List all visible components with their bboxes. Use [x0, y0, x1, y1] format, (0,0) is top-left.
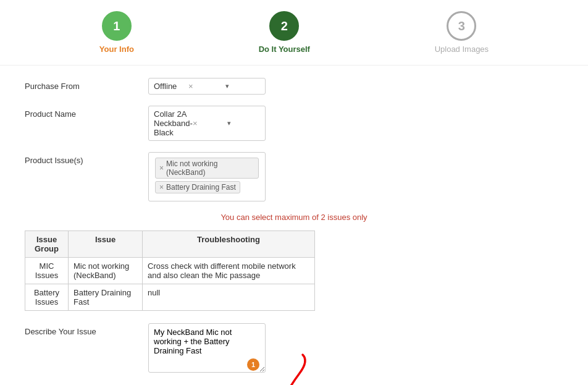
- tag-battery-label: Battery Draining Fast: [166, 183, 236, 192]
- warning-text: You can select maximum of 2 issues only: [25, 213, 563, 222]
- row1-issue: Mic not working (NeckBand): [69, 258, 143, 284]
- row2-issue: Battery Draining Fast: [69, 284, 143, 311]
- issue-table: IssueGroup Issue Troubleshooting MIC Iss…: [25, 231, 315, 311]
- product-issues-label: Product Issue(s): [25, 152, 148, 165]
- row2-group: Battery Issues: [25, 284, 69, 311]
- col-header-group: IssueGroup: [25, 231, 69, 258]
- step-2-circle: 2: [269, 11, 299, 41]
- describe-label: Describe Your Issue: [25, 323, 148, 336]
- purchase-from-select[interactable]: Offline × ▾: [148, 78, 266, 95]
- tag-battery[interactable]: × Battery Draining Fast: [155, 181, 240, 193]
- step-2-label: Do It Yourself: [259, 44, 310, 54]
- step-3-circle: 3: [447, 11, 476, 41]
- purchase-from-label: Purchase From: [25, 78, 148, 91]
- step-3[interactable]: 3 Upload Images: [435, 11, 489, 54]
- product-issues-control: × Mic not working (NeckBand) × Battery D…: [148, 152, 563, 201]
- purchase-from-arrow[interactable]: ▾: [225, 82, 260, 90]
- step-2[interactable]: 2 Do It Yourself: [259, 11, 310, 54]
- product-name-label: Product Name: [25, 106, 148, 119]
- row1-troubleshooting: Cross check with different mobile networ…: [143, 258, 315, 284]
- purchase-from-control: Offline × ▾: [148, 78, 563, 95]
- purchase-from-clear[interactable]: ×: [188, 82, 223, 91]
- step-3-label: Upload Images: [435, 44, 489, 54]
- stepper: 1 Your Info 2 Do It Yourself 3 Upload Im…: [0, 0, 588, 66]
- form-area: Purchase From Offline × ▾ Product Name C…: [0, 66, 588, 385]
- product-name-row: Product Name Collar 2A Neckband-Black × …: [25, 106, 563, 141]
- tag-mic-label: Mic not working (NeckBand): [166, 159, 254, 177]
- col-header-issue: Issue: [69, 231, 143, 258]
- step-1[interactable]: 1 Your Info: [99, 11, 134, 54]
- row1-group: MIC Issues: [25, 258, 69, 284]
- table-header-row: IssueGroup Issue Troubleshooting: [25, 231, 315, 258]
- table-row: MIC Issues Mic not working (NeckBand) Cr…: [25, 258, 315, 284]
- product-name-arrow[interactable]: ▾: [227, 119, 260, 127]
- describe-row: Describe Your Issue My NeckBand Mic not …: [25, 323, 563, 374]
- row2-troubleshooting: null: [143, 284, 315, 311]
- step-1-label: Your Info: [99, 44, 134, 54]
- product-issues-row: Product Issue(s) × Mic not working (Neck…: [25, 152, 563, 201]
- col-header-troubleshooting: Troubleshooting: [143, 231, 315, 258]
- purchase-from-value: Offline: [154, 82, 188, 91]
- tag-mic-remove[interactable]: ×: [159, 164, 164, 172]
- product-name-control: Collar 2A Neckband-Black × ▾: [148, 106, 563, 141]
- step-1-circle: 1: [102, 11, 132, 41]
- describe-wrap: My NeckBand Mic not working + the Batter…: [148, 323, 266, 374]
- product-name-value: Collar 2A Neckband-Black: [154, 109, 193, 137]
- describe-badge: 1: [247, 358, 259, 371]
- tag-mic[interactable]: × Mic not working (NeckBand): [155, 158, 259, 179]
- table-row: Battery Issues Battery Draining Fast nul…: [25, 284, 315, 311]
- product-name-select[interactable]: Collar 2A Neckband-Black × ▾: [148, 106, 266, 141]
- purchase-from-row: Purchase From Offline × ▾: [25, 78, 563, 95]
- tag-battery-remove[interactable]: ×: [159, 183, 164, 192]
- product-name-clear[interactable]: ×: [193, 119, 225, 128]
- product-issues-tags-box[interactable]: × Mic not working (NeckBand) × Battery D…: [148, 152, 266, 201]
